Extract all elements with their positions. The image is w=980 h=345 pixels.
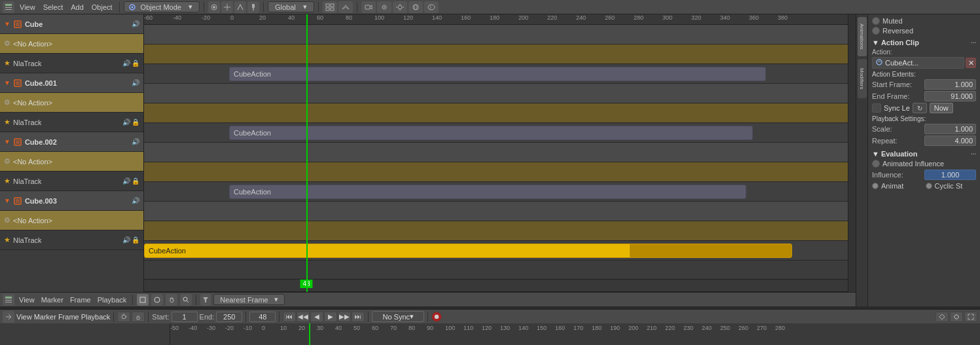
object-label-cube001[interactable]: ▼ Cube.001 🔊 [0,73,143,93]
speaker-icon-cube001[interactable]: 🔊 [132,79,139,86]
speaker2-icon-cube[interactable]: 🔊 [122,60,130,67]
object-label-cube003[interactable]: ▼ Cube.003 🔊 [0,191,143,211]
scale-value[interactable]: 1.000 [924,124,976,134]
nla-clip-cube003[interactable]: CubeAction [144,244,792,258]
speaker-icon-cube002[interactable]: 🔊 [132,138,139,145]
current-frame-field[interactable]: 48 [249,312,276,322]
reversed-checkbox[interactable] [872,27,880,35]
tab-modifiers[interactable]: Modifiers [858,59,867,98]
transform-icon[interactable] [234,1,246,13]
hand-icon[interactable] [166,294,177,306]
lock-icon-cube[interactable]: 🔒 [132,60,139,67]
timeline-ruler-area[interactable]: -50-40-30-20-100102030405060708090100110… [170,323,980,345]
track-row-cube-nla[interactable]: CubeAction [144,64,848,84]
snap-icon[interactable] [221,1,233,13]
select-box-icon[interactable] [137,294,149,306]
no-action-label-cube002[interactable]: ⚙ <No Action> [0,152,143,172]
world-icon[interactable] [408,1,423,13]
action-field[interactable]: CubeAct... [872,57,964,69]
step-fwd-btn[interactable]: ▶▶ [338,312,351,322]
animated-influence-checkbox[interactable] [872,160,880,168]
jump-end-btn[interactable]: ⏭ [352,312,365,322]
nla-clip-cube001[interactable]: CubeAction [229,126,753,140]
menu-add[interactable]: Add [68,3,86,11]
speaker-icon-cube[interactable]: 🔊 [132,20,139,27]
play-btn[interactable]: ▶ [324,312,337,322]
filter-funnel-icon[interactable] [200,294,211,306]
timeline-menu-view[interactable]: View [16,313,32,321]
nla-clip-cube[interactable]: CubeAction [229,67,766,81]
step-back2-btn[interactable]: ◀ [310,312,323,322]
nla-menu-playback[interactable]: Playback [96,296,129,304]
render-icon[interactable] [377,1,391,13]
track-row-cube001-nla[interactable]: CubeAction [144,123,848,143]
speaker2-icon-cube002[interactable]: 🔊 [122,177,130,185]
settings-icon[interactable] [393,1,407,13]
nla-menu-view[interactable]: View [17,296,37,304]
timeline-menu-marker[interactable]: Marker [34,313,56,321]
lock-icon-cube003[interactable]: 🔒 [132,236,139,244]
end-frame-value[interactable]: 91.000 [924,91,976,101]
tab-animations[interactable]: Animations [858,17,867,56]
influence-value[interactable]: 1.000 [924,170,976,180]
snap-selector[interactable]: Nearest Frame ▾ [213,294,284,305]
nla-track-label-cube002[interactable]: ★ NlaTrack 🔊 🔒 [0,172,143,191]
speaker-icon-cube003[interactable]: 🔊 [132,197,139,204]
options-icon-btn[interactable] [950,312,963,322]
timeline-menu-playback[interactable]: Playback [81,313,111,321]
muted-checkbox[interactable] [872,17,880,25]
menu-object[interactable]: Object [89,3,115,11]
track-row-cube003-nla[interactable]: CubeAction [144,241,848,261]
cyclic-checkbox[interactable] [926,183,932,189]
sync-icon-btn[interactable] [117,312,130,322]
repeat-value[interactable]: 4.000 [924,136,976,146]
nla-v-scrollbar[interactable] [848,14,856,292]
expand-icon-btn[interactable] [964,312,977,322]
jump-start-btn[interactable]: ⏮ [283,312,296,322]
editor-type-icon[interactable] [3,1,14,13]
object-label-cube[interactable]: ▼ Cube 🔊 [0,14,143,34]
physics-icon[interactable] [424,1,439,13]
transform-space-selector[interactable]: Global ▾ [268,1,314,12]
keying-icon-btn[interactable] [935,312,949,322]
nla-editor-type-icon[interactable] [3,294,14,306]
now-button[interactable]: Now [930,103,953,113]
speaker2-icon-cube001[interactable]: 🔊 [122,118,130,126]
lock-icon-cube001[interactable]: 🔒 [132,118,139,126]
proportional-edit-icon[interactable] [208,1,220,13]
mode-selector[interactable]: Object Mode ▾ [124,1,200,12]
search-icon[interactable] [180,294,192,306]
lock-icon-cube002[interactable]: 🔒 [132,177,139,185]
pin-icon[interactable] [247,1,259,13]
start-frame-field[interactable]: 1 [172,312,198,322]
timeline-editor-icon[interactable] [3,311,14,323]
no-action-label-cube003[interactable]: ⚙ <No Action> [0,211,143,230]
nla-track-label-cube001[interactable]: ★ NlaTrack 🔊 🔒 [0,113,143,132]
select-circle-icon[interactable] [151,294,163,306]
view3d-icon[interactable] [338,1,353,13]
menu-view[interactable]: View [17,3,38,11]
sync-button[interactable]: ↻ [913,103,927,113]
sync-mode-select[interactable]: No Sync ▾ [372,311,424,322]
track-row-cube002-nla[interactable]: CubeAction [144,182,848,202]
animat-checkbox[interactable] [872,183,879,189]
no-action-label-cube001[interactable]: ⚙ <No Action> [0,93,143,113]
end-frame-field[interactable]: 250 [216,312,242,322]
nla-track-label-cube[interactable]: ★ NlaTrack 🔊 🔒 [0,54,143,73]
sync-checkbox[interactable] [872,103,881,113]
object-label-cube002[interactable]: ▼ Cube.002 🔊 [0,132,143,152]
timeline-menu-frame[interactable]: Frame [58,313,79,321]
step-back-btn[interactable]: ◀◀ [297,312,310,322]
action-clear-button[interactable]: ✕ [966,58,976,68]
menu-select[interactable]: Select [41,3,66,11]
lock-frame-btn[interactable] [132,312,145,322]
record-button[interactable]: ⏺ [431,312,442,322]
nla-menu-frame[interactable]: Frame [68,296,93,304]
nla-menu-marker[interactable]: Marker [39,296,65,304]
speaker2-icon-cube003[interactable]: 🔊 [122,236,130,244]
start-frame-value[interactable]: 1.000 [924,79,976,90]
grid-icon[interactable] [323,1,337,13]
nla-track-label-cube003[interactable]: ★ NlaTrack 🔊 🔒 [0,230,143,250]
no-action-label-cube[interactable]: ⚙ <No Action> [0,34,143,54]
camera-icon[interactable] [361,1,376,13]
